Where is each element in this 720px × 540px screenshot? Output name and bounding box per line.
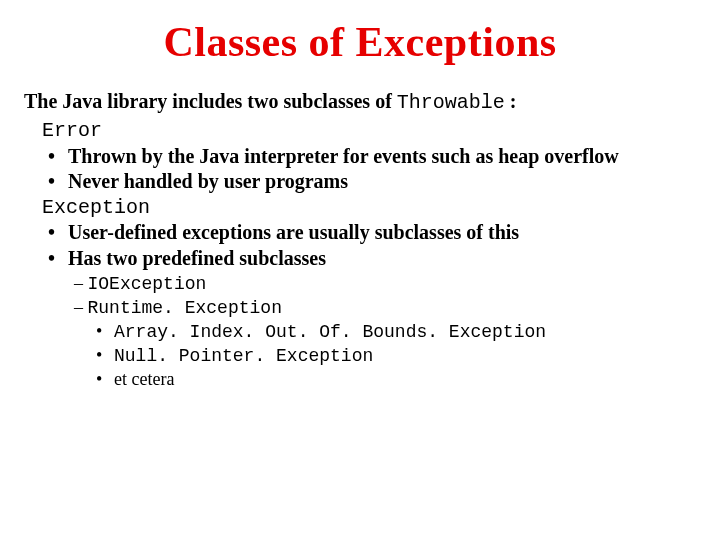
- arrayindex-code: Array. Index. Out. Of. Bounds. Exception: [114, 322, 546, 342]
- dash-line-2: – Runtime. Exception: [74, 296, 696, 320]
- error-bullet-2: Never handled by user programs: [42, 169, 696, 195]
- exception-heading: Exception: [42, 195, 696, 221]
- intro-pre: The Java library includes two subclasses…: [24, 90, 397, 112]
- nullpointer-code: Null. Pointer. Exception: [114, 346, 373, 366]
- intro-line: The Java library includes two subclasses…: [24, 90, 696, 114]
- intro-code: Throwable: [397, 91, 505, 114]
- error-bullets: Thrown by the Java interpreter for event…: [42, 144, 696, 195]
- ioexception-code: IOException: [88, 274, 207, 294]
- body: Error Thrown by the Java interpreter for…: [24, 118, 696, 391]
- exception-bullet-2: Has two predefined subclasses: [42, 246, 696, 272]
- intro-post: :: [505, 90, 517, 112]
- dash-line-1: – IOException: [74, 272, 696, 296]
- sub-bullet-3: et cetera: [96, 368, 696, 391]
- error-bullet-1: Thrown by the Java interpreter for event…: [42, 144, 696, 170]
- runtime-sub-bullets: Array. Index. Out. Of. Bounds. Exception…: [74, 320, 696, 391]
- slide: Classes of Exceptions The Java library i…: [0, 0, 720, 391]
- error-heading: Error: [42, 118, 696, 144]
- subclasses-block: – IOException – Runtime. Exception Array…: [42, 272, 696, 391]
- slide-title: Classes of Exceptions: [24, 18, 696, 66]
- sub-bullet-2: Null. Pointer. Exception: [96, 344, 696, 368]
- dash-1: –: [74, 273, 88, 293]
- sub-bullet-1: Array. Index. Out. Of. Bounds. Exception: [96, 320, 696, 344]
- exception-bullet-1: User-defined exceptions are usually subc…: [42, 220, 696, 246]
- exception-bullets: User-defined exceptions are usually subc…: [42, 220, 696, 271]
- dash-2: –: [74, 297, 88, 317]
- runtimeexception-code: Runtime. Exception: [88, 298, 282, 318]
